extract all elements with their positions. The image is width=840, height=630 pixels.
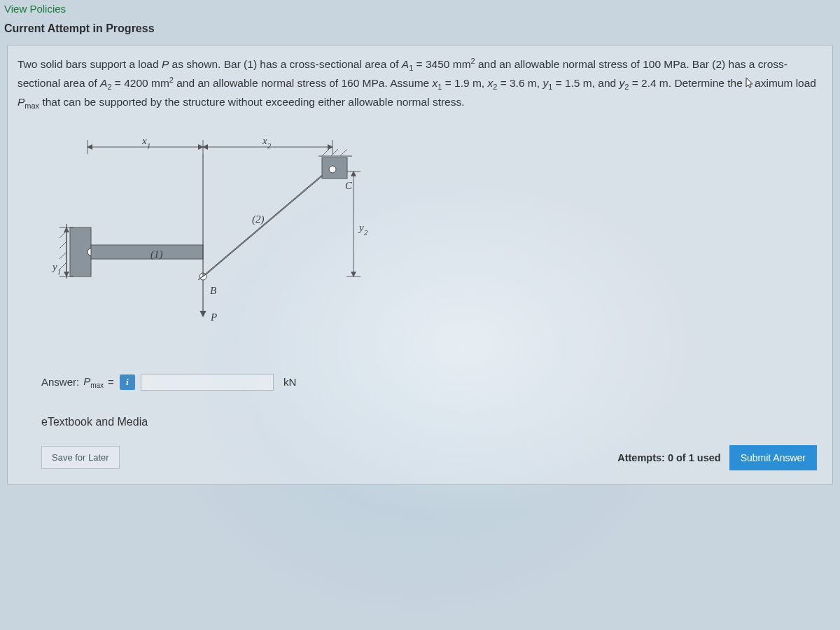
svg-point-31 [329, 166, 336, 173]
var-y2-val: = 2.4 m [629, 77, 668, 89]
save-for-later-button[interactable]: Save for Later [41, 446, 120, 469]
svg-line-10 [59, 252, 66, 259]
var-A2: A [100, 77, 107, 89]
svg-text:(1): (1) [150, 248, 163, 260]
var-x2-val: = 3.6 m, [497, 77, 542, 89]
var-A1-val: = 3450 mm [413, 58, 470, 70]
answer-equals: = [108, 376, 114, 388]
answer-symbol: Pmax [83, 375, 104, 389]
svg-marker-24 [198, 164, 336, 280]
svg-line-8 [59, 231, 66, 238]
cursor-icon [746, 76, 754, 93]
svg-text:x1: x1 [141, 135, 150, 150]
answer-label: Answer: [41, 376, 79, 388]
qtext-2: as shown. Bar (1) has a cross-sectional … [169, 58, 402, 70]
footer-row: Save for Later Attempts: 0 of 1 used Sub… [41, 445, 822, 470]
svg-text:y1: y1 [51, 261, 61, 276]
question-card: Two solid bars support a load P as shown… [7, 45, 833, 485]
answer-row: Answer: Pmax = i kN [41, 374, 822, 391]
attempts-text: Attempts: 0 of 1 used [617, 452, 720, 463]
qtext-6: aximum load [755, 77, 816, 89]
svg-text:C: C [345, 180, 353, 191]
var-x1-val: = 1.9 m, [442, 77, 487, 89]
problem-diagram: x1 x2 A y1 (1) B [38, 133, 388, 357]
var-y1-val: = 1.5 m, and [552, 77, 619, 89]
svg-line-9 [59, 241, 66, 248]
qtext-5: . Determine the [668, 77, 746, 89]
svg-line-29 [340, 149, 347, 156]
svg-text:P: P [210, 312, 217, 323]
svg-text:y2: y2 [358, 222, 368, 237]
qtext-4: and an allowable normal stress of 160 MP… [174, 77, 433, 89]
var-P: P [162, 58, 169, 70]
answer-input[interactable] [141, 374, 274, 391]
view-policies-link[interactable]: View Policies [4, 3, 66, 15]
svg-rect-19 [91, 245, 203, 259]
etextbook-media-link[interactable]: eTextbook and Media [41, 416, 148, 428]
var-Pmax-sub: max [24, 102, 39, 110]
qtext-1: Two solid bars support a load [18, 58, 162, 70]
info-button[interactable]: i [120, 374, 135, 390]
svg-line-27 [322, 149, 329, 156]
svg-text:x2: x2 [262, 135, 272, 150]
answer-unit: kN [284, 376, 296, 388]
attempt-status: Current Attempt in Progress [0, 17, 840, 45]
qtext-7: that can be supported by the structure w… [39, 96, 464, 108]
question-text: Two solid bars support a load P as shown… [18, 55, 822, 112]
var-Pmax: P [18, 96, 24, 108]
svg-text:B: B [210, 285, 216, 296]
submit-answer-button[interactable]: Submit Answer [729, 445, 817, 470]
var-A1: A [402, 58, 409, 70]
svg-text:(2): (2) [252, 214, 265, 225]
var-y1: y [542, 77, 548, 89]
var-A2-val: = 4200 mm [112, 77, 169, 89]
